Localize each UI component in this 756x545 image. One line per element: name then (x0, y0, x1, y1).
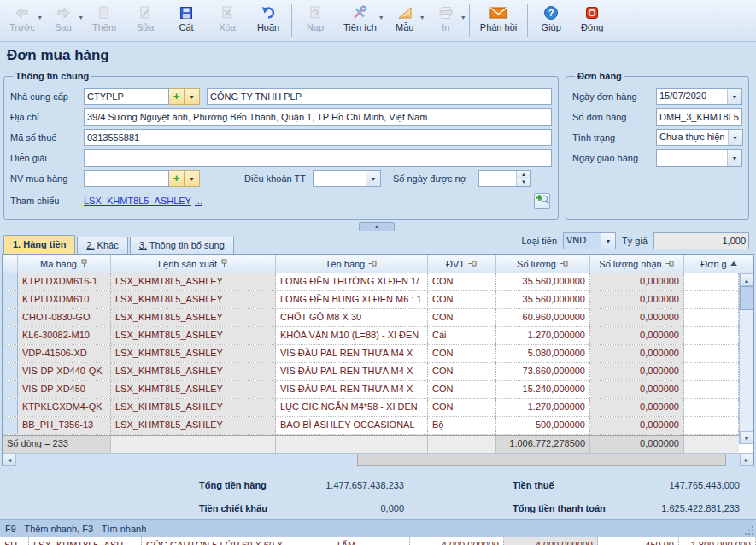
cell-item-code[interactable]: VIS-DP-XD440-QK (18, 363, 111, 380)
cell-item-name[interactable]: BAO BÌ ASHLEY OCCASIONAL (276, 417, 428, 434)
cell-unit-price[interactable] (684, 273, 739, 290)
cell-production-order[interactable]: LSX_KHMT8L5_ASHLEY (111, 327, 276, 344)
cell-unit[interactable]: CON (428, 363, 496, 380)
order-number-input[interactable] (656, 108, 742, 126)
cell-unit-price[interactable] (684, 345, 739, 362)
pin-vertical-icon[interactable] (220, 259, 228, 268)
vertical-scroll-thumb[interactable] (740, 286, 753, 310)
buyer-input[interactable] (84, 170, 169, 187)
cell-quantity[interactable]: 1.270,000000 (496, 399, 590, 416)
cell-unit[interactable]: CON (428, 291, 496, 308)
horizontal-scroll-track[interactable] (726, 454, 740, 466)
scroll-right-icon[interactable]: ► (740, 454, 753, 466)
pin-horizontal-icon[interactable] (560, 260, 569, 267)
table-row[interactable]: CHOT-0830-GO LSX_KHMT8L5_ASHLEY CHỐT GỖ … (3, 309, 739, 327)
cell-unit-price[interactable] (684, 381, 739, 398)
cell-quantity-received[interactable]: 0,000000 (590, 345, 684, 362)
resize-grip[interactable] (752, 533, 753, 535)
currency-combo[interactable]: VND ▼ (563, 232, 616, 249)
cell-quantity-received[interactable]: 0,000000 (590, 399, 684, 416)
cell-unit[interactable]: CON (428, 381, 496, 398)
exchange-rate-input[interactable] (653, 232, 749, 249)
scroll-up-icon[interactable]: ▲ (740, 273, 753, 286)
toolbar-button-arrow-left[interactable]: ▼ Trước (2, 0, 43, 41)
header-selector[interactable] (3, 255, 18, 272)
address-input[interactable] (84, 108, 552, 126)
order-date-combo[interactable]: 15/07/2020 ▼ (656, 88, 742, 105)
tab-2[interactable]: 2. Khác (77, 237, 127, 254)
header-item-name[interactable]: Tên hàng (276, 255, 428, 272)
chevron-down-icon[interactable]: ▼ (366, 171, 380, 186)
header-quantity[interactable]: Số lượng (496, 255, 590, 272)
toolbar-button-save[interactable]: Cất (166, 0, 207, 41)
dropdown-caret-icon[interactable]: ▼ (378, 15, 384, 21)
cell-item-name[interactable]: VIS ĐẦU PAL REN THƯA M4 X (276, 345, 428, 362)
tab-1[interactable]: 1. Hàng tiền (3, 235, 75, 254)
tab-3[interactable]: 3. Thông tin bổ sung (130, 237, 234, 254)
cell-item-name[interactable]: CHỐT GỖ M8 X 30 (276, 309, 428, 326)
dropdown-caret-icon[interactable]: ▼ (37, 15, 43, 21)
cell-production-order[interactable]: LSX_KHMT8L5_ASHLEY (111, 273, 276, 290)
cell-quantity[interactable]: 5.080,000000 (496, 345, 590, 362)
cell-quantity-received[interactable]: 0,000000 (590, 417, 684, 434)
toolbar-button-add-record[interactable]: Thêm (84, 0, 125, 41)
row-selector[interactable] (3, 327, 18, 344)
cell-unit[interactable]: CON (428, 309, 496, 326)
cell-unit[interactable]: CON (428, 345, 496, 362)
toolbar-button-delete-record[interactable]: Xóa (207, 0, 248, 41)
cell-item-code[interactable]: BB_PH_T356-13 (18, 417, 111, 434)
table-row[interactable]: KTPLDXDM610 LSX_KHMT8L5_ASHLEY LONG ĐỀN … (3, 291, 739, 309)
row-selector[interactable] (3, 345, 18, 362)
table-row[interactable]: BB_PH_T356-13 LSX_KHMT8L5_ASHLEY BAO BÌ … (3, 417, 739, 435)
row-selector[interactable] (3, 381, 18, 398)
cell-quantity-received[interactable]: 0,000000 (590, 273, 684, 290)
vertical-scroll-track[interactable] (740, 310, 753, 431)
header-production-order[interactable]: Lệnh sản xuất (111, 255, 276, 272)
add-supplier-button[interactable]: + (169, 88, 185, 105)
cell-unit[interactable]: CON (428, 273, 496, 290)
cell-quantity[interactable]: 35.560,000000 (496, 291, 590, 308)
delivery-date-combo[interactable]: ▼ (656, 149, 742, 167)
row-selector[interactable] (3, 399, 18, 416)
chevron-down-icon[interactable]: ▼ (727, 89, 741, 104)
cell-item-code[interactable]: KL6-30082-M10 (18, 327, 111, 344)
cell-item-code[interactable]: CHOT-0830-GO (18, 309, 111, 326)
header-item-code[interactable]: Mã hàng (18, 255, 111, 272)
cell-quantity[interactable]: 1.270,000000 (496, 327, 590, 344)
add-reference-button[interactable] (534, 193, 550, 209)
cell-quantity-received[interactable]: 0,000000 (590, 327, 684, 344)
horizontal-scroll-track[interactable] (16, 454, 357, 466)
header-unit[interactable]: ĐVT (428, 255, 496, 272)
cell-unit-price[interactable] (684, 327, 739, 344)
toolbar-button-printer[interactable]: ▼ In (425, 0, 466, 41)
header-quantity-received[interactable]: Số lượng nhận (590, 255, 684, 272)
horizontal-scrollbar[interactable]: ◄ ► (3, 453, 753, 466)
table-row[interactable]: KTPKLGXDM4-QK LSX_KHMT8L5_ASHLEY LỤC GIC… (3, 399, 739, 417)
reference-more-link[interactable]: ... (195, 196, 202, 206)
pin-horizontal-icon[interactable] (665, 260, 675, 267)
dropdown-caret-icon[interactable]: ▼ (78, 15, 84, 21)
toolbar-button-undo[interactable]: Hoãn (248, 0, 289, 41)
scroll-down-icon[interactable]: ▼ (740, 431, 753, 444)
scroll-left-icon[interactable]: ◄ (3, 454, 16, 466)
spin-down-icon[interactable]: ▼ (517, 179, 530, 186)
table-row[interactable]: KL6-30082-M10 LSX_KHMT8L5_ASHLEY KHÓA VẶ… (3, 327, 739, 345)
cell-item-code[interactable]: KTPLDXDM610 (18, 291, 111, 308)
cell-unit-price[interactable] (684, 417, 739, 434)
cell-quantity-received[interactable]: 0,000000 (590, 381, 684, 398)
toolbar-button-arrow-right[interactable]: ▼ Sau (43, 0, 84, 41)
cell-item-name[interactable]: LONG ĐỀN BUNG XI ĐEN M6 : 1 (276, 291, 428, 308)
toolbar-button-help[interactable]: ? Giúp (530, 0, 571, 41)
chevron-down-icon[interactable]: ▼ (727, 150, 741, 166)
cell-unit[interactable]: Bộ (428, 417, 496, 434)
dropdown-caret-icon[interactable]: ▼ (419, 15, 425, 21)
cell-unit[interactable]: CON (428, 399, 496, 416)
header-unit-price[interactable]: Đơn g (684, 255, 753, 272)
cell-item-name[interactable]: LỤC GIC NGẮN M4*58 - XI ĐEN (276, 399, 428, 416)
collapse-panel-button[interactable]: ▲ (359, 222, 395, 231)
debt-days-stepper[interactable]: ▲▼ (478, 170, 531, 187)
toolbar-button-close[interactable]: Đóng (571, 0, 612, 41)
row-selector[interactable] (3, 363, 18, 380)
cell-quantity[interactable]: 60.960,000000 (496, 309, 590, 326)
supplier-code-input[interactable] (84, 88, 169, 105)
